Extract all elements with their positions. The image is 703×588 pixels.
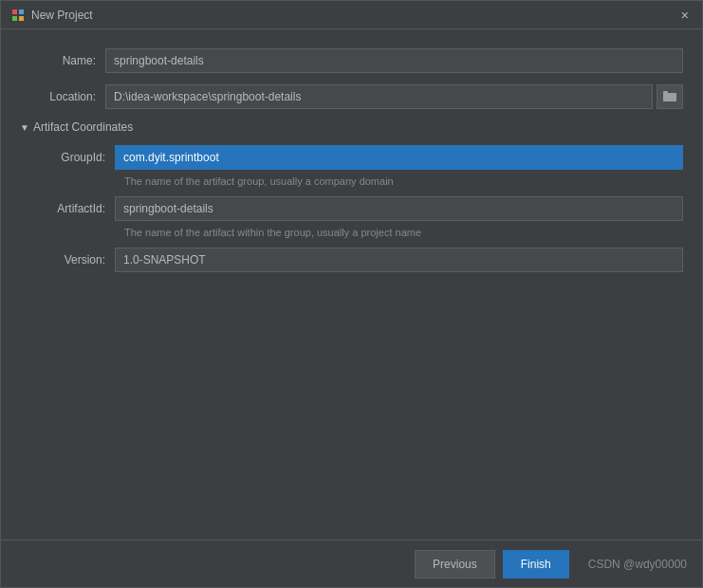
artifactid-input[interactable] [115, 196, 683, 221]
folder-icon [663, 90, 676, 104]
version-input[interactable] [115, 248, 683, 272]
finish-button[interactable]: Finish [503, 550, 569, 579]
artifactid-row: ArtifactId: [29, 196, 683, 221]
dialog-footer: Previous Finish CSDN @wdy00000 [1, 540, 702, 587]
title-bar: New Project × [1, 1, 702, 29]
artifactid-input-wrap [115, 196, 683, 221]
location-label: Location: [20, 90, 105, 103]
new-project-dialog: New Project × Name: Location: [0, 0, 703, 588]
version-row: Version: [29, 248, 683, 272]
browse-button[interactable] [657, 84, 683, 109]
artifact-section-header[interactable]: ▼ Artifact Coordinates [20, 120, 683, 134]
location-input-wrap [105, 84, 683, 109]
close-button[interactable]: × [677, 6, 693, 25]
previous-button[interactable]: Previous [415, 550, 495, 579]
section-title: Artifact Coordinates [33, 120, 133, 134]
groupid-input[interactable] [115, 145, 683, 170]
version-input-wrap [115, 248, 683, 272]
name-input[interactable] [105, 48, 683, 73]
svg-rect-3 [19, 16, 24, 21]
app-icon [10, 8, 26, 23]
name-input-wrap [105, 48, 683, 73]
artifactid-label: ArtifactId: [29, 202, 115, 215]
svg-rect-4 [663, 93, 676, 101]
name-row: Name: [20, 48, 683, 73]
section-arrow-icon: ▼ [20, 122, 29, 133]
artifact-section-content: GroupId: The name of the artifact group,… [29, 145, 683, 272]
groupid-label: GroupId: [29, 151, 115, 164]
groupid-hint: The name of the artifact group, usually … [124, 175, 683, 187]
svg-rect-0 [12, 9, 17, 14]
artifactid-hint: The name of the artifact within the grou… [124, 227, 683, 238]
name-label: Name: [20, 54, 105, 67]
svg-rect-5 [663, 91, 668, 94]
location-row: Location: [20, 84, 683, 109]
version-label: Version: [29, 253, 115, 266]
svg-rect-1 [19, 9, 24, 14]
groupid-input-wrap [115, 145, 683, 170]
watermark-text: CSDN @wdy00000 [588, 558, 687, 571]
dialog-title: New Project [31, 9, 677, 22]
location-input[interactable] [105, 84, 653, 109]
groupid-row: GroupId: [29, 145, 683, 170]
dialog-content: Name: Location: [1, 29, 702, 540]
svg-rect-2 [12, 16, 17, 21]
